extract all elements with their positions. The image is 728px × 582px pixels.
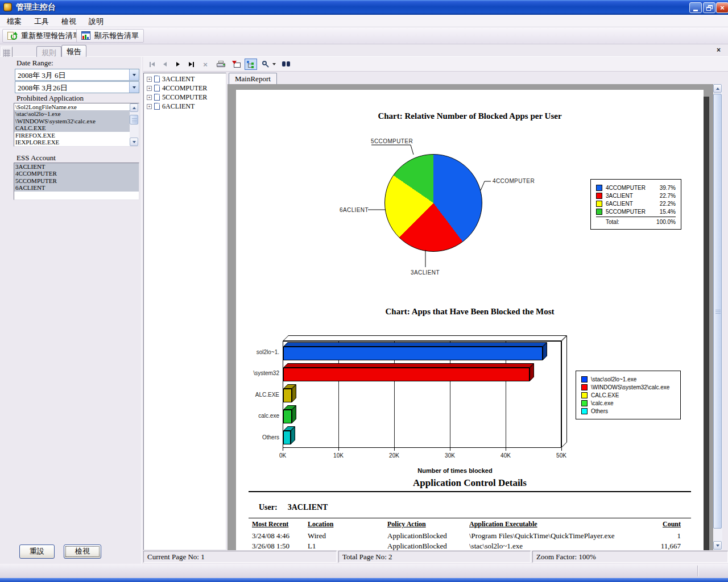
viewer-status-bar: Current Page No: 1 Total Page No: 2 Zoom… xyxy=(143,550,728,564)
list-item[interactable]: CALC.EXE xyxy=(14,124,130,131)
legend-swatch xyxy=(581,408,588,414)
first-page-icon xyxy=(151,62,155,66)
expand-icon[interactable]: + xyxy=(147,104,152,109)
list-item[interactable]: 4CCOMPUTER xyxy=(14,170,139,177)
tab-rules[interactable]: 規則 xyxy=(36,46,61,57)
axis-tick-label: 50K xyxy=(556,452,566,459)
tree-item-label: 3ACLIENT xyxy=(162,75,195,84)
print-button[interactable] xyxy=(215,59,228,70)
close-icon: × xyxy=(720,3,725,12)
date-to-select[interactable]: 2008年 3月26日 xyxy=(15,81,139,93)
search-text-button[interactable] xyxy=(280,59,292,70)
viewer-toolbar: × xyxy=(143,57,728,72)
window-status-bar xyxy=(0,564,728,582)
bar-category-label: calc.exe xyxy=(236,413,279,419)
legend-swatch xyxy=(581,400,588,406)
close-button[interactable]: × xyxy=(716,2,728,13)
list-scrollbar[interactable] xyxy=(130,103,139,146)
bar-category-label: Others xyxy=(236,434,279,440)
scroll-up-button[interactable] xyxy=(713,84,722,93)
export-button[interactable] xyxy=(230,59,242,70)
menu-item-file[interactable]: 檔案 xyxy=(2,15,27,28)
tree-item[interactable]: +5CCOMPUTER xyxy=(144,93,226,102)
scrollbar-thumb[interactable] xyxy=(713,94,722,529)
scroll-down-button[interactable] xyxy=(130,138,138,146)
last-page-button[interactable] xyxy=(185,59,197,70)
menu-item-view[interactable]: 檢視 xyxy=(56,15,81,28)
scroll-down-button[interactable] xyxy=(713,541,722,550)
group-tree-icon xyxy=(247,60,255,68)
prohibited-application-label: Prohibited Application xyxy=(16,94,84,103)
axis-tick-label: 0K xyxy=(279,452,286,459)
stop-loading-button[interactable]: × xyxy=(199,59,212,70)
legend-swatch xyxy=(596,185,602,191)
legend-swatch xyxy=(596,193,602,199)
next-page-button[interactable] xyxy=(172,59,184,70)
axis-tick xyxy=(506,448,506,451)
scroll-up-button[interactable] xyxy=(130,103,138,112)
document-icon xyxy=(154,85,160,92)
tree-item[interactable]: +3ACLIENT xyxy=(144,74,226,84)
rule xyxy=(249,518,691,518)
report-options-panel: Date Range: 2008年 3月 6日 2008年 3月26日 Proh… xyxy=(0,57,141,564)
zoom-button[interactable] xyxy=(259,59,272,70)
date-to-value: 2008年 3月26日 xyxy=(15,82,129,93)
tree-item[interactable]: +4CCOMPUTER xyxy=(144,84,226,93)
next-page-icon xyxy=(176,62,180,66)
expand-icon[interactable]: + xyxy=(147,86,152,91)
chevron-down-icon[interactable] xyxy=(129,69,139,80)
previous-page-button[interactable] xyxy=(159,59,171,70)
tree-item[interactable]: +6ACLIENT xyxy=(144,102,226,111)
axis-tick-label: 10K xyxy=(333,452,344,459)
export-icon xyxy=(232,61,241,68)
bar-chart-title: Chart: Apps that Have Been Blocked the M… xyxy=(236,307,704,317)
list-item[interactable]: FIREFOX.EXE xyxy=(14,132,130,139)
bar-category-label: ALC.EXE xyxy=(236,392,279,398)
menu-item-help[interactable]: 說明 xyxy=(84,15,109,28)
tree-item-label: 4CCOMPUTER xyxy=(162,84,207,93)
date-from-select[interactable]: 2008年 3月 6日 xyxy=(15,69,139,81)
bar-3d-face xyxy=(283,368,530,381)
legend-row: \WINDOWS\system32\calc.exe xyxy=(581,383,675,391)
table-header-row: Most RecentLocationPolicy ActionApplicat… xyxy=(252,520,681,529)
close-tab-panel-button[interactable]: × xyxy=(714,46,723,55)
bar-3d-face xyxy=(283,363,534,368)
app-toolbar: 重新整理報告清單 顯示報告清單 xyxy=(0,27,728,44)
main-report-tab[interactable]: MainReport xyxy=(229,73,277,84)
menu-item-tools[interactable]: 工具 xyxy=(29,15,54,28)
view-button[interactable]: 檢視 xyxy=(64,544,101,559)
list-item[interactable]: \WINDOWS\system32\calc.exe xyxy=(14,118,130,124)
minimize-button[interactable] xyxy=(689,2,702,13)
list-item[interactable]: \stac\sol2lo~1.exe xyxy=(14,110,130,117)
report-vertical-scrollbar[interactable] xyxy=(713,84,722,550)
expand-icon[interactable]: + xyxy=(147,95,152,100)
expand-icon[interactable]: + xyxy=(147,77,152,82)
bar-chart-plot xyxy=(283,341,561,448)
last-page-icon xyxy=(189,62,192,66)
list-item[interactable]: IEXPLORE.EXE xyxy=(14,139,130,146)
restore-button[interactable] xyxy=(703,2,715,13)
list-item[interactable]: 3ACLIENT xyxy=(14,163,139,170)
window-bottom-border xyxy=(0,578,728,582)
legend-row: Others xyxy=(581,407,675,415)
refresh-report-list-button[interactable]: 重新整理報告清單 xyxy=(2,29,85,43)
list-item[interactable]: \Sol2LongFileName.exe xyxy=(14,103,130,110)
scrollbar-thumb[interactable] xyxy=(130,115,138,124)
reset-button[interactable]: 重設 xyxy=(19,544,55,559)
user-line: User:3ACLIENT xyxy=(259,503,328,512)
list-item[interactable]: 6ACLIENT xyxy=(14,184,139,191)
legend-row: CALC.EXE xyxy=(581,391,675,399)
tab-reports[interactable]: 報告 xyxy=(61,45,86,57)
list-item[interactable]: 5CCOMPUTER xyxy=(14,177,139,184)
toggle-group-tree-button[interactable] xyxy=(245,59,257,70)
show-report-list-button[interactable]: 顯示報告清單 xyxy=(76,29,144,43)
axis-tick-label: 40K xyxy=(500,452,511,459)
bar-legend: \stac\sol2lo~1.exe \WINDOWS\system32\cal… xyxy=(576,371,681,419)
first-page-button[interactable] xyxy=(146,59,158,70)
bar-3d-face xyxy=(283,410,292,423)
report-page: Chart: Relative Number of Blocked Apps p… xyxy=(236,90,704,550)
zoom-dropdown-button[interactable] xyxy=(271,59,278,70)
chevron-down-icon[interactable] xyxy=(129,82,139,93)
pie-chart-title: Chart: Relative Number of Blocked Apps p… xyxy=(236,111,704,121)
tree-item-label: 5CCOMPUTER xyxy=(162,93,207,102)
